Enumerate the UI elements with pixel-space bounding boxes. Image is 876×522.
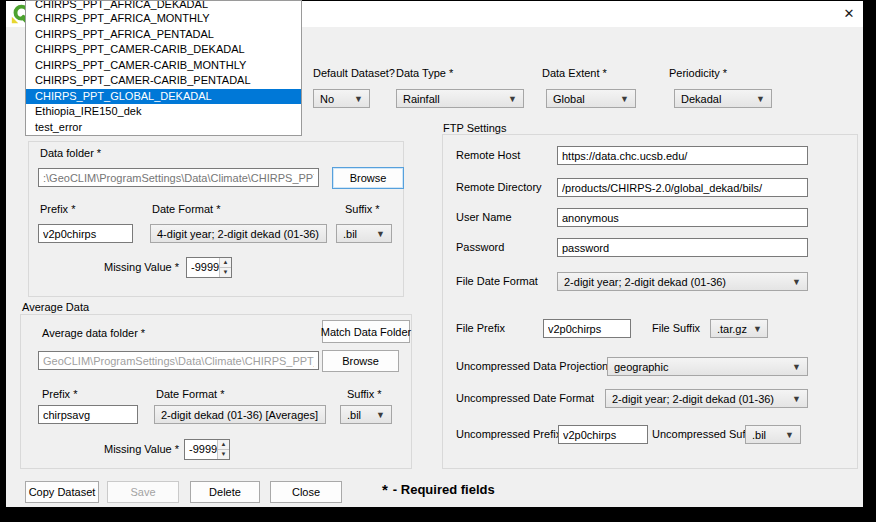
spinner-arrows[interactable]: ▲ ▼ (219, 258, 231, 277)
file-date-format-label: File Date Format (456, 275, 538, 287)
remote-host-input[interactable] (557, 146, 808, 165)
prefix-label: Prefix * (40, 203, 75, 215)
periodicity-label: Periodicity * (669, 67, 727, 79)
chevron-down-icon: ▼ (348, 94, 363, 104)
avg-suffix-label: Suffix * (347, 388, 382, 400)
uncompressed-suffix-value: .bil (752, 429, 766, 441)
chevron-down-icon: ▼ (786, 277, 801, 287)
required-star: * (382, 482, 388, 497)
dataset-list-item[interactable]: CHIRPS_PPT_AFRICA_MONTHLY (26, 11, 301, 27)
chevron-down-icon: ▼ (747, 324, 762, 334)
data-folder-label: Data folder * (40, 147, 101, 159)
required-fields-note: * - Required fields (382, 482, 495, 497)
dataset-list-item[interactable]: CHIRPS_PPT_CAMER-CARIB_DEKADAL (26, 42, 301, 58)
chevron-down-icon: ▼ (786, 394, 801, 404)
prefix-input[interactable] (38, 224, 133, 243)
chevron-down-icon: ▼ (786, 362, 801, 372)
average-data-group-title: Average Data (22, 301, 89, 313)
chevron-down-icon: ▼ (779, 430, 794, 440)
dataset-list-item[interactable]: CHIRPS_PPT_CAMER-CARIB_PENTADAL (26, 73, 301, 89)
missing-value-spinner[interactable]: -9999 ▲ ▼ (186, 257, 232, 278)
data-extent-select[interactable]: Global ▼ (546, 89, 636, 108)
chevron-down-icon: ▼ (750, 94, 765, 104)
dataset-list-item[interactable]: test_error (26, 120, 301, 136)
avg-suffix-value: .bil (347, 409, 361, 421)
chevron-down-icon: ▼ (319, 229, 327, 239)
screenshot-root: { "colors": {"selection": "#0078d7", "fo… (0, 0, 876, 522)
average-data-folder-input[interactable] (38, 351, 319, 370)
date-format-label: Date Format * (152, 203, 220, 215)
avg-prefix-input[interactable] (38, 405, 138, 424)
match-data-folder-button[interactable]: Match Data Folder (322, 320, 410, 343)
uncompressed-date-format-select[interactable]: 2-digit year; 2-digit dekad (01-36) ▼ (605, 389, 808, 408)
date-format-value: 4-digit year; 2-digit dekad (01-36) (157, 228, 319, 240)
avg-date-format-select[interactable]: 2-digit dekad (01-36) [Averages] ▼ (154, 405, 326, 424)
dataset-list-item-selected[interactable]: CHIRPS_PPT_GLOBAL_DEKADAL (26, 89, 301, 105)
dataset-list-item[interactable]: Ethiopia_IRE150_dek (26, 104, 301, 120)
file-date-format-select[interactable]: 2-digit year; 2-digit dekad (01-36) ▼ (557, 272, 808, 291)
suffix-select[interactable]: .bil ▼ (336, 224, 392, 243)
default-dataset-value: No (320, 93, 334, 105)
browse-data-folder-button[interactable]: Browse (332, 167, 404, 189)
close-button[interactable]: Close (270, 481, 342, 503)
suffix-value: .bil (343, 228, 357, 240)
default-dataset-label: Default Dataset? (313, 67, 395, 79)
uncompressed-prefix-input[interactable] (558, 425, 648, 444)
remote-directory-input[interactable] (557, 178, 808, 197)
chevron-down-icon: ▼ (370, 410, 385, 420)
file-prefix-input[interactable] (543, 319, 631, 338)
data-folder-input[interactable] (38, 168, 319, 187)
uncompressed-date-format-value: 2-digit year; 2-digit dekad (01-36) (612, 393, 774, 405)
spin-down-icon[interactable]: ▼ (218, 450, 229, 459)
file-prefix-label: File Prefix (456, 322, 505, 334)
remote-host-label: Remote Host (456, 149, 520, 161)
uncompressed-suffix-select[interactable]: .bil ▼ (745, 425, 801, 444)
file-suffix-label: File Suffix (652, 322, 700, 334)
data-extent-value: Global (553, 93, 585, 105)
dataset-list-item[interactable]: CHIRPS_PPT_AFRICA_PENTADAL (26, 27, 301, 43)
avg-date-format-label: Date Format * (156, 388, 224, 400)
data-extent-label: Data Extent * (542, 67, 607, 79)
suffix-label: Suffix * (345, 203, 380, 215)
default-dataset-select[interactable]: No ▼ (313, 89, 370, 108)
uncompressed-projection-label: Uncompressed Data Projection (456, 360, 608, 372)
uncompressed-projection-select[interactable]: geographic ▼ (607, 357, 808, 376)
avg-missing-value-spinner[interactable]: -9999 ▲ ▼ (184, 439, 230, 460)
avg-date-format-value: 2-digit dekad (01-36) [Averages] (161, 409, 318, 421)
user-name-input[interactable] (557, 208, 808, 227)
missing-value-label: Missing Value * (104, 261, 179, 273)
close-icon[interactable]: ✕ (840, 6, 858, 22)
spin-up-icon[interactable]: ▲ (220, 258, 231, 268)
spinner-arrows[interactable]: ▲ ▼ (217, 440, 229, 459)
data-type-select[interactable]: Rainfall ▼ (396, 89, 524, 108)
data-type-label: Data Type * (396, 67, 453, 79)
chevron-down-icon: ▼ (502, 94, 517, 104)
chevron-down-icon: ▼ (318, 410, 326, 420)
periodicity-select[interactable]: Dekadal ▼ (674, 89, 772, 108)
delete-button[interactable]: Delete (190, 481, 260, 503)
chevron-down-icon: ▼ (370, 229, 385, 239)
dataset-dropdown-list: CHIRPS_PPT_AFRICA_DEKADAL CHIRPS_PPT_AFR… (25, 0, 302, 136)
missing-value: -9999 (187, 258, 219, 277)
avg-missing-value-label: Missing Value * (104, 443, 179, 455)
copy-dataset-button[interactable]: Copy Dataset (25, 481, 99, 503)
user-name-label: User Name (456, 211, 512, 223)
password-input[interactable] (557, 238, 808, 257)
file-suffix-select[interactable]: .tar.gz ▼ (710, 319, 768, 338)
data-type-value: Rainfall (403, 93, 440, 105)
remote-directory-label: Remote Directory (456, 181, 542, 193)
date-format-select[interactable]: 4-digit year; 2-digit dekad (01-36) ▼ (150, 224, 327, 243)
dataset-item-label: CHIRPS_PPT_AFRICA_DEKADAL (35, 1, 208, 11)
dataset-list-item[interactable]: CHIRPS_PPT_CAMER-CARIB_MONTHLY (26, 58, 301, 74)
browse-average-folder-button[interactable]: Browse (322, 350, 399, 372)
avg-missing-value: -9999 (185, 440, 217, 459)
average-data-folder-label: Average data folder * (42, 327, 145, 339)
dataset-settings-dialog: ✕ Default Dataset? No ▼ Data Type * Rain… (6, 1, 863, 507)
uncompressed-date-format-label: Uncompressed Date Format (456, 392, 594, 404)
spin-up-icon[interactable]: ▲ (218, 440, 229, 450)
avg-suffix-select[interactable]: .bil ▼ (340, 405, 392, 424)
ftp-settings-group-title: FTP Settings (443, 122, 506, 134)
file-date-format-value: 2-digit year; 2-digit dekad (01-36) (564, 276, 726, 288)
dataset-list-item[interactable]: CHIRPS_PPT_AFRICA_DEKADAL (26, 1, 301, 11)
spin-down-icon[interactable]: ▼ (220, 268, 231, 277)
